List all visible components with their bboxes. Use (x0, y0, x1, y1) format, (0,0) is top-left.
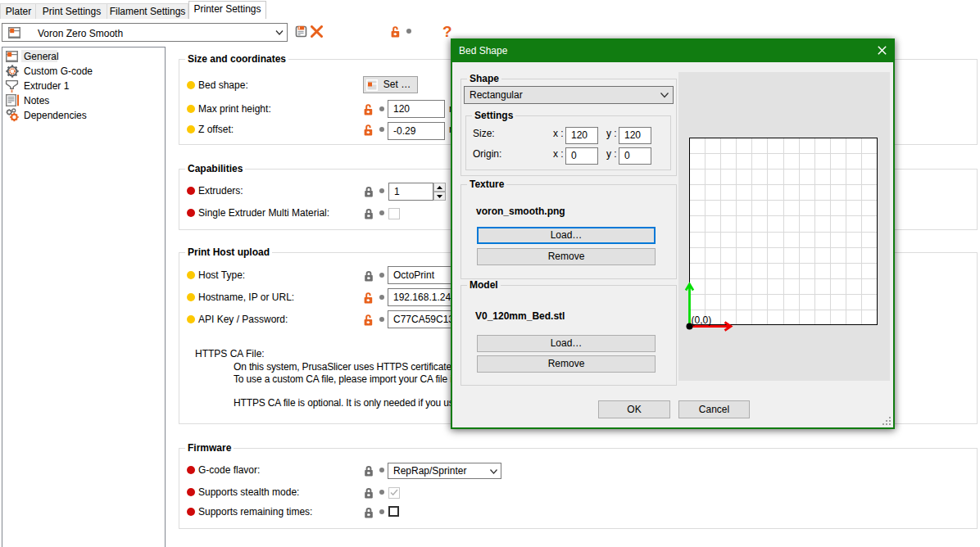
svg-text:(0,0): (0,0) (692, 314, 712, 326)
